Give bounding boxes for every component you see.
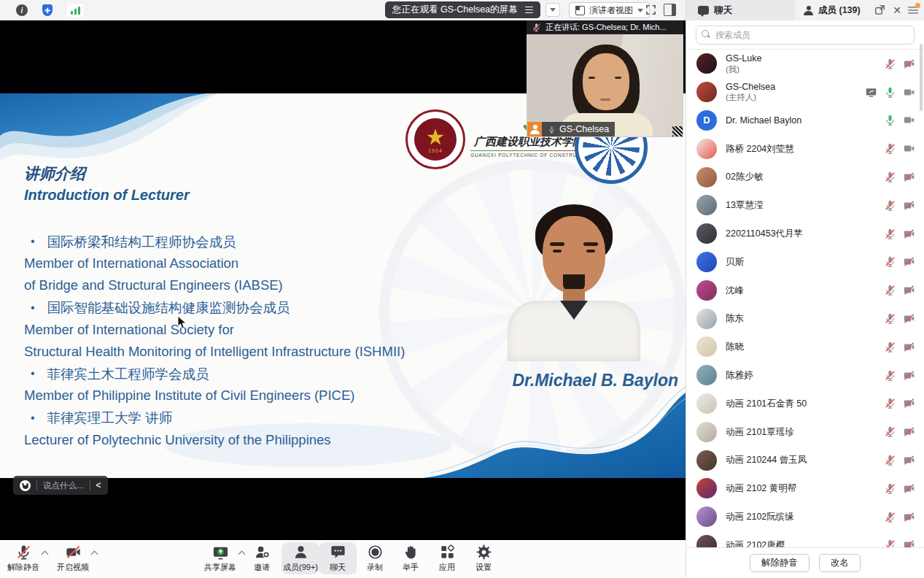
mic-muted-icon xyxy=(884,199,896,212)
info-icon[interactable]: i xyxy=(16,4,28,16)
avatar xyxy=(696,535,717,547)
close-panel-icon[interactable]: ✕ xyxy=(893,5,901,15)
tab-chat[interactable]: 聊天 xyxy=(686,0,795,20)
options-menu-icon[interactable] xyxy=(525,7,533,14)
member-row[interactable]: 动画 210244 曾玉凤 xyxy=(686,446,924,474)
mic-muted-icon xyxy=(884,58,896,70)
slide-bullet-line: •国际智能基础设施结构健康监测协会成员 xyxy=(24,297,491,319)
drag-handle[interactable] xyxy=(672,126,683,136)
camera-off-icon xyxy=(903,58,915,70)
mic-muted-icon xyxy=(15,544,32,560)
top-bar: i ✚ 您正在观看 GS-Chelsea的屏幕 演讲者视图 聊天 成员 (139… xyxy=(0,0,924,20)
member-row[interactable]: 动画 2102 黄明帮 xyxy=(686,474,924,503)
mic-on-icon xyxy=(884,86,896,99)
avatar xyxy=(696,280,717,301)
slide-bullet-list: •国际桥梁和结构工程师协会成员Member of International A… xyxy=(24,231,491,451)
toolbar-button-cam-muted[interactable]: 开启视频 xyxy=(45,544,101,573)
member-role: (我) xyxy=(726,65,761,75)
member-row[interactable]: DDr. Michael Baylon xyxy=(686,107,924,135)
invite-icon xyxy=(254,544,271,560)
speaker-view-button[interactable]: 演讲者视图 xyxy=(569,2,650,18)
unmute-button[interactable]: 解除静音 xyxy=(750,554,810,572)
emoji-icon[interactable] xyxy=(20,480,31,491)
member-row[interactable]: 02陈少敏 xyxy=(686,163,924,191)
member-row[interactable]: 贝斯 xyxy=(686,248,924,277)
popout-panel-icon[interactable] xyxy=(874,4,886,16)
speaker-video-thumbnail[interactable]: 正在讲话: GS-Chelsea; Dr. Mich... GS-Chelsea xyxy=(527,20,683,137)
connection-signal-icon[interactable] xyxy=(67,4,83,17)
member-name: 陈东 xyxy=(726,312,744,324)
apps-icon xyxy=(439,544,456,560)
member-row[interactable]: GS-Chelsea(主持人) xyxy=(686,78,924,107)
camera-off-icon xyxy=(903,255,915,268)
avatar xyxy=(696,336,717,357)
video-participant-name: GS-Chelsea xyxy=(559,124,609,134)
avatar xyxy=(696,450,717,471)
avatar: D xyxy=(696,110,717,131)
member-row[interactable]: 陈晓 xyxy=(686,333,924,361)
slide-wave-top-left xyxy=(0,93,219,166)
member-name: 沈峰 xyxy=(726,285,744,296)
avatar xyxy=(696,422,717,442)
mic-muted-icon xyxy=(884,142,896,155)
watching-screen-label: 您正在观看 GS-Chelsea的屏幕 xyxy=(392,4,518,16)
member-row[interactable]: 沈峰 xyxy=(686,276,924,304)
hand-icon xyxy=(403,544,419,560)
avatar xyxy=(696,478,717,498)
fullscreen-icon[interactable] xyxy=(645,4,657,16)
participant-badge-icon xyxy=(527,122,542,136)
search-icon xyxy=(702,30,711,39)
side-panel-toggle-icon[interactable] xyxy=(664,4,676,16)
chat-input-placeholder[interactable]: 说点什么... xyxy=(43,480,84,491)
share-icon xyxy=(212,544,229,560)
mic-muted-icon xyxy=(884,539,896,547)
member-row[interactable]: 2202110453代月苹 xyxy=(686,220,924,248)
mic-on-icon xyxy=(884,114,896,126)
member-row[interactable]: 动画 2101石金青 50 xyxy=(686,390,924,418)
member-row[interactable]: 陈雅婷 xyxy=(686,361,924,390)
watching-dropdown-button[interactable] xyxy=(546,3,560,17)
mouse-cursor xyxy=(177,315,187,329)
members-panel: GS-Luke(我)GS-Chelsea(主持人)DDr. Michael Ba… xyxy=(686,20,924,578)
thumbnail-video: GS-Chelsea xyxy=(527,34,683,137)
member-name: 陈雅婷 xyxy=(726,369,753,381)
slide-title-zh: 讲师介绍 xyxy=(24,163,85,184)
chat-quick-input[interactable]: 说点什么... < xyxy=(13,476,108,495)
security-shield-icon[interactable]: ✚ xyxy=(42,4,53,16)
shared-screen-slide: ★ 1904 广西建设职业技术学院 GUANGXI POLYTECHNIC OF… xyxy=(0,93,686,478)
notifications-icon[interactable] xyxy=(908,5,918,15)
slide-text-line: of Bridge and Structural Engineers (IABS… xyxy=(24,274,491,296)
member-row[interactable]: 动画 2101覃瑶珍 xyxy=(686,417,924,446)
collapse-chevron-icon[interactable]: < xyxy=(96,480,101,490)
mic-muted-icon xyxy=(884,454,896,466)
member-row[interactable]: 陈东 xyxy=(686,304,924,333)
member-row[interactable]: 动画 2102唐樱 xyxy=(686,531,924,547)
camera-off-icon xyxy=(903,284,915,296)
search-members-input[interactable] xyxy=(696,26,915,45)
member-name: 动画 2102 黄明帮 xyxy=(726,482,796,494)
chat-bubble-icon xyxy=(698,6,709,15)
mic-muted-icon xyxy=(884,511,896,523)
camera-off-icon xyxy=(903,369,915,382)
mic-muted-icon xyxy=(884,171,896,183)
bullet-dot: • xyxy=(31,367,35,380)
record-icon xyxy=(367,544,384,560)
member-row[interactable]: 动画 2102阮缤缘 xyxy=(686,503,924,531)
pup-seal-year: 1904 xyxy=(428,148,443,153)
member-row[interactable]: 路桥 2204刘莹慧 xyxy=(686,134,924,163)
member-row[interactable]: 13覃慧滢 xyxy=(686,191,924,220)
member-row[interactable]: GS-Luke(我) xyxy=(686,50,924,78)
watching-screen-pill[interactable]: 您正在观看 GS-Chelsea的屏幕 xyxy=(385,1,540,18)
person-icon xyxy=(804,6,813,15)
toolbar-button-settings[interactable]: 设置 xyxy=(456,544,511,573)
thumbnail-header: 正在讲话: GS-Chelsea; Dr. Mich... xyxy=(527,20,683,34)
avatar xyxy=(696,393,717,414)
chat-tab-label: 聊天 xyxy=(714,4,732,17)
slide-bullet-line: •菲律宾土木工程师学会成员 xyxy=(24,363,491,385)
avatar xyxy=(696,223,717,244)
rename-button[interactable]: 改名 xyxy=(819,554,861,572)
camera-on-icon xyxy=(903,114,915,126)
toolbar-button-mic-muted[interactable]: 解除静音 xyxy=(0,544,51,573)
camera-off-icon xyxy=(903,228,915,240)
scrollbar[interactable] xyxy=(920,44,923,111)
